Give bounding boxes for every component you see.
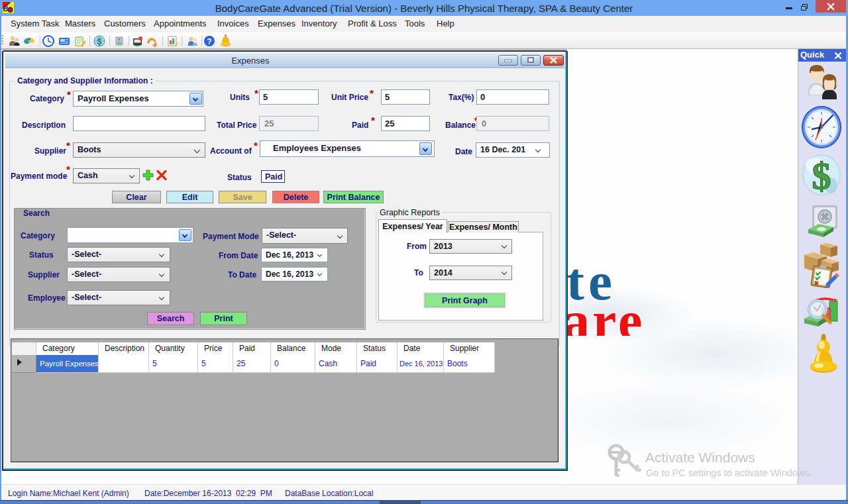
svg-text:$: $ <box>97 37 102 46</box>
svg-text:?: ? <box>207 37 211 46</box>
svg-text:$: $ <box>812 154 831 196</box>
